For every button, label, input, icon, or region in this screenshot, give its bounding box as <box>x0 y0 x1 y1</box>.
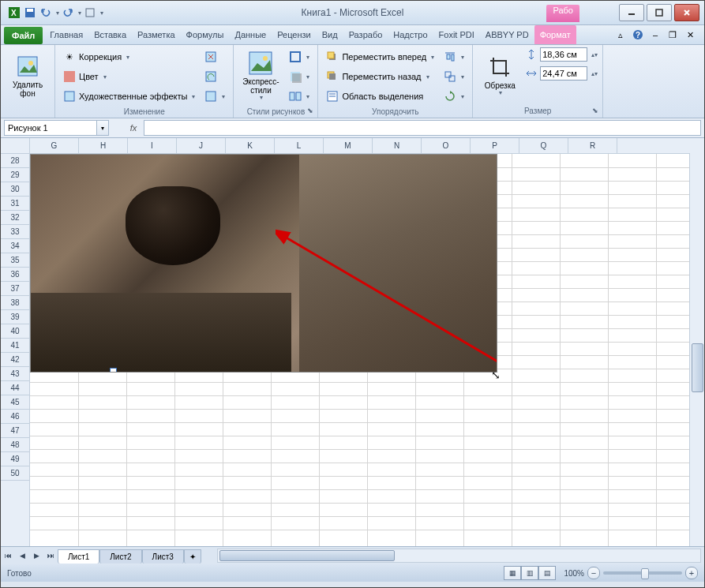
row-header[interactable]: 45 <box>1 395 29 410</box>
height-input[interactable] <box>540 47 587 62</box>
color-button[interactable]: Цвет▾ <box>60 67 198 86</box>
resize-handle[interactable] <box>110 368 117 373</box>
reset-picture-button[interactable]: ▾ <box>201 87 228 106</box>
bring-forward-button[interactable]: Переместить вперед▾ <box>323 47 437 66</box>
tab-addins[interactable]: Надстро <box>388 25 433 44</box>
column-header[interactable]: R <box>568 138 617 153</box>
zoom-slider[interactable] <box>603 571 682 575</box>
artistic-effects-button[interactable]: Художественные эффекты▾ <box>60 87 198 106</box>
remove-background-button[interactable]: Удалить фон <box>6 47 50 104</box>
compress-button[interactable] <box>201 47 228 66</box>
select-all-button[interactable] <box>1 138 30 154</box>
normal-view-button[interactable]: ▦ <box>504 566 521 580</box>
zoom-out-button[interactable]: − <box>587 567 600 579</box>
column-header[interactable]: M <box>324 138 373 153</box>
formula-input[interactable] <box>144 120 701 136</box>
row-header[interactable]: 34 <box>1 239 29 253</box>
tab-developer[interactable]: Разрабо <box>343 25 388 44</box>
size-dialog-launcher[interactable]: ⬊ <box>591 106 600 115</box>
name-box[interactable]: Рисунок 1 <box>4 120 97 136</box>
row-header[interactable]: 36 <box>1 268 29 282</box>
tab-insert[interactable]: Вставка <box>88 25 132 44</box>
row-header[interactable]: 28 <box>1 154 29 168</box>
row-header[interactable]: 47 <box>1 424 29 438</box>
align-button[interactable]: ▾ <box>441 47 467 66</box>
row-header[interactable]: 50 <box>1 466 29 481</box>
tab-layout[interactable]: Разметка <box>132 25 181 44</box>
save-icon[interactable] <box>23 6 37 20</box>
styles-dialog-launcher[interactable]: ⬊ <box>306 106 315 115</box>
redo-dropdown-icon[interactable]: ▾ <box>78 9 81 17</box>
tab-home[interactable]: Главная <box>44 25 88 44</box>
row-header[interactable]: 38 <box>1 296 29 310</box>
page-break-view-button[interactable]: ▤ <box>538 566 556 580</box>
change-picture-button[interactable] <box>201 67 228 86</box>
selection-pane-button[interactable]: Область выделения <box>323 87 437 106</box>
express-styles-button[interactable]: Экспресс-стили▾ <box>238 47 283 104</box>
row-header[interactable]: 29 <box>1 168 29 182</box>
picture-layout-button[interactable]: ▾ <box>286 87 313 106</box>
crop-button[interactable]: Обрезка▾ <box>478 47 522 104</box>
width-spinner[interactable]: ▴▾ <box>525 66 598 81</box>
row-header[interactable]: 35 <box>1 253 29 268</box>
help-icon[interactable]: ? <box>632 28 644 41</box>
picture-effects-button[interactable]: ▾ <box>286 67 313 86</box>
column-header[interactable]: L <box>275 138 324 153</box>
column-header[interactable]: G <box>30 138 79 153</box>
tab-view[interactable]: Вид <box>317 25 343 44</box>
sheet-tab-2[interactable]: Лист2 <box>99 549 141 564</box>
group-objects-button[interactable]: ▾ <box>441 67 467 86</box>
qat-extra-icon[interactable] <box>83 6 97 20</box>
row-header[interactable]: 39 <box>1 310 29 324</box>
row-header[interactable]: 46 <box>1 410 29 424</box>
tab-format[interactable]: Формат <box>534 25 576 44</box>
horizontal-scrollbar[interactable] <box>217 549 701 563</box>
zoom-in-button[interactable]: + <box>685 567 698 579</box>
column-header[interactable]: N <box>373 138 422 153</box>
row-header[interactable]: 37 <box>1 282 29 296</box>
name-box-dropdown[interactable]: ▾ <box>97 120 109 136</box>
workbook-minimize-icon[interactable]: – <box>649 28 662 41</box>
fx-button[interactable]: fx <box>125 121 142 135</box>
new-sheet-button[interactable]: ✦ <box>184 549 201 564</box>
tab-review[interactable]: Рецензи <box>272 25 317 44</box>
spinner-icon[interactable]: ▴▾ <box>591 51 598 58</box>
workbook-close-icon[interactable]: ✕ <box>684 28 696 41</box>
sheet-nav-next[interactable]: ▶ <box>29 549 43 563</box>
excel-icon[interactable]: X <box>7 6 21 20</box>
height-spinner[interactable]: ▴▾ <box>525 47 598 62</box>
rotate-button[interactable]: ▾ <box>441 87 467 106</box>
vertical-scroll-thumb[interactable] <box>692 343 703 392</box>
width-input[interactable] <box>540 66 587 81</box>
close-button[interactable] <box>674 4 699 21</box>
cells[interactable]: ⤡ <box>30 154 689 546</box>
row-header[interactable]: 31 <box>1 197 29 211</box>
workbook-restore-icon[interactable]: ❐ <box>666 28 679 41</box>
undo-icon[interactable] <box>39 6 53 20</box>
qat-customize-icon[interactable]: ▾ <box>100 9 103 17</box>
tab-file[interactable]: Файл <box>4 27 43 44</box>
row-header[interactable]: 49 <box>1 452 29 466</box>
sheet-tab-1[interactable]: Лист1 <box>58 549 99 564</box>
sheet-nav-first[interactable]: ⏮ <box>1 549 15 563</box>
row-header[interactable]: 40 <box>1 324 29 339</box>
redo-icon[interactable] <box>61 6 75 20</box>
spinner-icon[interactable]: ▴▾ <box>591 70 598 77</box>
row-header[interactable]: 41 <box>1 339 29 353</box>
maximize-button[interactable] <box>647 4 672 21</box>
inserted-picture[interactable] <box>30 154 497 373</box>
tab-data[interactable]: Данные <box>229 25 272 44</box>
zoom-level[interactable]: 100% <box>564 569 584 578</box>
corrections-button[interactable]: ☀Коррекция▾ <box>60 47 198 66</box>
column-header[interactable]: I <box>128 138 177 153</box>
send-backward-button[interactable]: Переместить назад▾ <box>323 67 437 86</box>
column-header[interactable]: Q <box>519 138 568 153</box>
column-header[interactable]: H <box>79 138 128 153</box>
tab-formulas[interactable]: Формулы <box>181 25 230 44</box>
zoom-slider-handle[interactable] <box>641 568 649 579</box>
tab-foxit[interactable]: Foxit PDI <box>433 25 480 44</box>
row-header[interactable]: 42 <box>1 353 29 367</box>
row-header[interactable]: 30 <box>1 182 29 197</box>
column-header[interactable]: J <box>177 138 226 153</box>
row-header[interactable]: 43 <box>1 367 29 381</box>
